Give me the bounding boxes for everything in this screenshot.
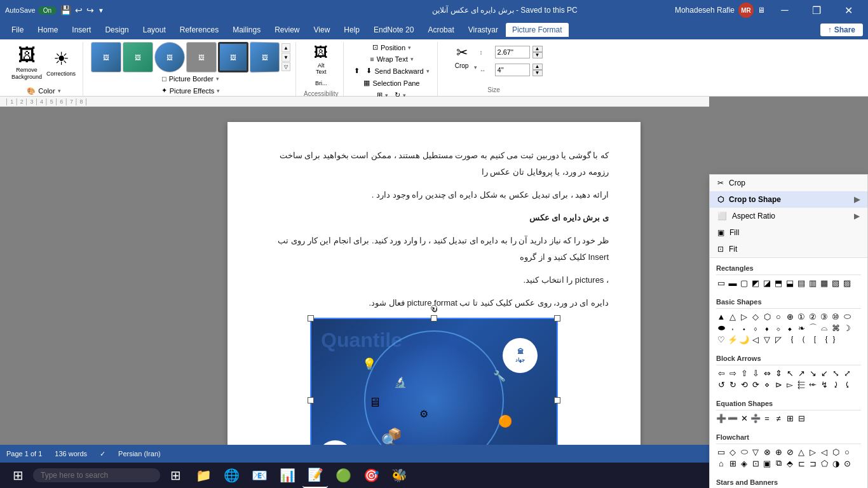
shape-arrow-3[interactable]: ⇧ bbox=[739, 368, 749, 378]
menu-acrobat[interactable]: Acrobat bbox=[421, 23, 460, 37]
shape-rect-11[interactable]: ▧ bbox=[831, 278, 841, 288]
rotate-handle[interactable]: ↻ bbox=[431, 305, 437, 311]
width-input[interactable] bbox=[495, 64, 530, 76]
autosave-toggle[interactable]: On bbox=[38, 6, 57, 15]
shape-flow-5[interactable]: ⊗ bbox=[762, 447, 772, 457]
crop-menu-item-fill[interactable]: ▣ Fill bbox=[710, 224, 867, 241]
shape-basic-17[interactable]: ⬧ bbox=[762, 323, 772, 333]
shape-rect-9[interactable]: ▥ bbox=[808, 278, 818, 288]
shape-basic-15[interactable]: ⬩ bbox=[739, 323, 749, 333]
shape-rect-6[interactable]: ⬒ bbox=[773, 278, 783, 288]
save-icon[interactable]: 💾 bbox=[60, 5, 71, 15]
shape-eq-8[interactable]: ⊟ bbox=[796, 413, 806, 423]
shape-arrow-24[interactable]: ⤹ bbox=[842, 379, 852, 390]
crop-menu-item-shape[interactable]: ⬡ Crop to Shape ▶ bbox=[710, 191, 867, 208]
width-down[interactable]: ▼ bbox=[532, 70, 543, 76]
height-down[interactable]: ▼ bbox=[532, 52, 543, 58]
shape-arrow-9[interactable]: ↘ bbox=[808, 368, 818, 378]
style-thumb-4[interactable]: 🖼 bbox=[186, 42, 217, 72]
taskbar-word[interactable]: 📝 bbox=[302, 463, 328, 488]
shape-basic-8[interactable]: ① bbox=[796, 311, 806, 322]
shape-arrow-20[interactable]: ⬱ bbox=[796, 379, 806, 390]
shape-eq-6[interactable]: ≠ bbox=[773, 413, 783, 423]
picture-effects-button[interactable]: ✦ Picture Effects ▾ bbox=[159, 85, 223, 96]
undo-icon[interactable]: ↩ bbox=[75, 5, 83, 15]
ribbon-display-icon[interactable]: 🖥 bbox=[757, 6, 765, 15]
position-button[interactable]: ⊡ Position ▾ bbox=[370, 42, 414, 53]
shape-arrow-16[interactable]: ⟳ bbox=[750, 379, 761, 390]
shape-arrow-7[interactable]: ↖ bbox=[785, 368, 795, 378]
image-container[interactable]: ↻ Quantile Qua 🏛جهاد 💡 🔬 bbox=[310, 318, 558, 445]
style-thumb-2[interactable]: 🖼 bbox=[123, 42, 153, 72]
crop-menu-item-crop[interactable]: ✂ Crop bbox=[710, 175, 867, 191]
style-thumb-1[interactable]: 🖼 bbox=[91, 42, 121, 72]
shape-flow-17[interactable]: ▣ bbox=[762, 458, 772, 468]
shape-eq-7[interactable]: ⊞ bbox=[785, 413, 795, 423]
restore-button[interactable]: ❐ bbox=[802, 0, 831, 20]
shape-rect-4[interactable]: ◩ bbox=[750, 278, 761, 288]
menu-home[interactable]: Home bbox=[31, 23, 64, 37]
shape-basic-7[interactable]: ⊕ bbox=[785, 311, 795, 322]
color-button[interactable]: 🎨 Color ▾ bbox=[24, 86, 63, 97]
shape-basic-3[interactable]: ▷ bbox=[739, 311, 749, 322]
shape-rect-3[interactable]: ▢ bbox=[739, 278, 749, 288]
crop-menu-item-aspect[interactable]: ⬜ Aspect Ratio ▶ bbox=[710, 208, 867, 224]
shape-eq-4[interactable]: ➗ bbox=[750, 413, 761, 423]
shape-basic-34[interactable]: ｛ bbox=[819, 334, 829, 344]
shape-arrow-13[interactable]: ↺ bbox=[716, 379, 726, 390]
shape-basic-9[interactable]: ② bbox=[808, 311, 818, 322]
shape-basic-11[interactable]: ⑩ bbox=[831, 311, 841, 322]
shape-flow-24[interactable]: ⊙ bbox=[842, 458, 852, 468]
crop-menu-item-fit[interactable]: ⊡ Fit bbox=[710, 241, 867, 257]
shape-flow-18[interactable]: ⧉ bbox=[773, 458, 783, 468]
shape-basic-32[interactable]: （ bbox=[796, 334, 806, 344]
shape-flow-21[interactable]: ⊐ bbox=[808, 458, 818, 468]
menu-design[interactable]: Design bbox=[98, 23, 135, 37]
shape-flow-15[interactable]: ◈ bbox=[739, 458, 749, 468]
handle-tl[interactable] bbox=[308, 315, 314, 322]
shape-flow-19[interactable]: ⬘ bbox=[785, 458, 795, 468]
shape-flow-4[interactable]: ▽ bbox=[750, 447, 761, 457]
menu-view[interactable]: View bbox=[308, 23, 337, 37]
shape-basic-13[interactable]: ⬬ bbox=[716, 323, 726, 333]
taskbar-file-explorer[interactable]: 📁 bbox=[191, 463, 216, 488]
taskbar-app-1[interactable]: 🟢 bbox=[330, 463, 356, 488]
wrap-text-button[interactable]: ≡ Wrap Text ▾ bbox=[367, 54, 416, 64]
menu-layout[interactable]: Layout bbox=[137, 23, 172, 37]
shape-basic-27[interactable]: 🌙 bbox=[739, 334, 749, 344]
shape-basic-33[interactable]: ［ bbox=[808, 334, 818, 344]
shape-flow-8[interactable]: △ bbox=[796, 447, 806, 457]
shape-arrow-21[interactable]: ⬰ bbox=[808, 379, 818, 390]
shape-flow-10[interactable]: ◁ bbox=[819, 447, 829, 457]
corrections-button[interactable]: ☀ Corrections bbox=[44, 46, 78, 79]
height-up[interactable]: ▲ bbox=[532, 46, 543, 52]
shape-flow-9[interactable]: ▷ bbox=[808, 447, 818, 457]
taskbar-edge[interactable]: 🌐 bbox=[219, 463, 244, 488]
shape-flow-12[interactable]: ○ bbox=[842, 447, 852, 457]
shape-basic-12[interactable]: ⬭ bbox=[842, 311, 852, 322]
width-up[interactable]: ▲ bbox=[532, 64, 543, 70]
shape-basic-20[interactable]: ❧ bbox=[796, 323, 806, 333]
shape-basic-22[interactable]: ⌓ bbox=[819, 323, 829, 333]
menu-file[interactable]: File bbox=[5, 23, 30, 37]
minimize-button[interactable]: ─ bbox=[770, 0, 799, 20]
menu-virastyar[interactable]: Virastyar bbox=[462, 23, 505, 37]
shape-flow-1[interactable]: ▭ bbox=[716, 447, 726, 457]
shape-basic-2[interactable]: △ bbox=[728, 311, 738, 322]
shape-flow-23[interactable]: ◑ bbox=[831, 458, 841, 468]
shape-eq-5[interactable]: = bbox=[762, 413, 772, 423]
shape-flow-7[interactable]: ⊘ bbox=[785, 447, 795, 457]
shape-flow-22[interactable]: ⬠ bbox=[819, 458, 829, 468]
shape-basic-16[interactable]: ⬨ bbox=[750, 323, 761, 333]
shape-rect-1[interactable]: ▭ bbox=[716, 278, 726, 288]
shape-arrow-8[interactable]: ↗ bbox=[796, 368, 806, 378]
shape-flow-16[interactable]: ⊡ bbox=[750, 458, 761, 468]
shape-flow-6[interactable]: ⊕ bbox=[773, 447, 783, 457]
shape-basic-18[interactable]: ⬦ bbox=[773, 323, 783, 333]
shape-arrow-10[interactable]: ↙ bbox=[819, 368, 829, 378]
menu-help[interactable]: Help bbox=[337, 23, 366, 37]
shape-arrow-6[interactable]: ⇕ bbox=[773, 368, 783, 378]
shape-rect-2[interactable]: ▬ bbox=[728, 278, 738, 288]
shape-basic-35[interactable]: ｝ bbox=[831, 334, 841, 344]
gallery-expand[interactable]: ▽ bbox=[281, 62, 290, 71]
